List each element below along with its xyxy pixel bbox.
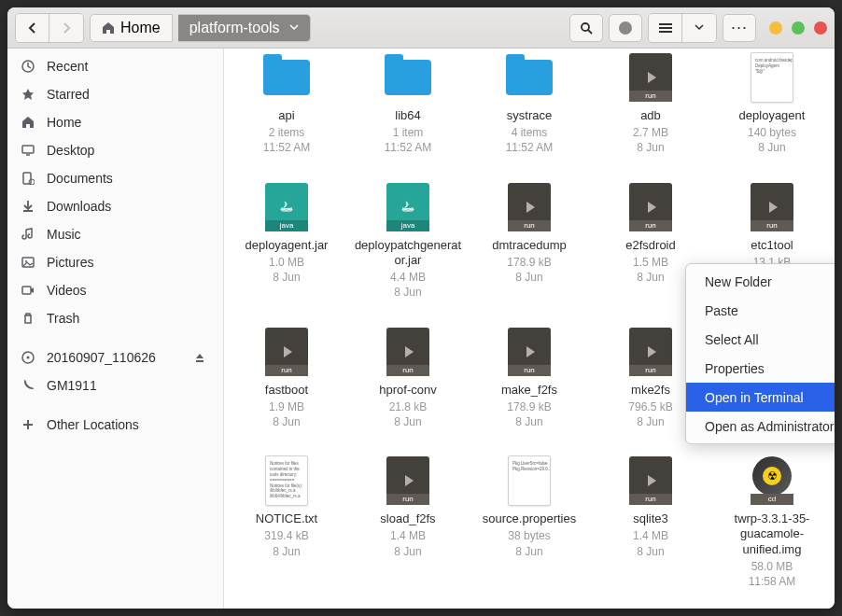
file-item[interactable]: systrace 4 items11:52 AM: [470, 49, 588, 160]
svg-rect-12: [22, 287, 31, 294]
sidebar-item-desktop[interactable]: Desktop: [7, 136, 223, 164]
sidebar-item-videos[interactable]: Videos: [7, 276, 223, 304]
forward-button[interactable]: [49, 14, 83, 42]
file-item[interactable]: adb 2.7 MB8 Jun: [592, 49, 709, 160]
close-button[interactable]: [814, 21, 827, 35]
file-meta: 4 items11:52 AM: [506, 125, 554, 155]
file-name: mke2fs: [631, 383, 670, 398]
sidebar-item-starred[interactable]: Starred: [7, 80, 223, 108]
file-item[interactable]: make_f2fs 178.9 kB8 Jun: [470, 323, 588, 434]
file-item[interactable]: lib64 1 item11:52 AM: [349, 49, 467, 160]
sidebar-item-other-locations[interactable]: Other Locations: [7, 411, 223, 439]
file-name: sqlite3: [633, 511, 668, 526]
file-thumbnail: [745, 182, 799, 232]
sidebar-item-trash[interactable]: Trash: [7, 304, 223, 332]
context-menu-item-new-folder[interactable]: New FolderShift+Ctrl+N: [686, 267, 835, 296]
file-item[interactable]: com.android.fastdeploy DeployAgent "$@" …: [713, 49, 831, 160]
docs-icon: [21, 172, 35, 185]
sidebar-item-label: Trash: [47, 311, 79, 326]
file-thumbnail: [381, 182, 435, 232]
sidebar-item-downloads[interactable]: Downloads: [7, 192, 223, 220]
breadcrumb-home-label: Home: [120, 20, 161, 36]
file-name: deployagent.jar: [246, 238, 329, 253]
sidebar-item-recent[interactable]: Recent: [7, 52, 223, 80]
breadcrumb-current[interactable]: platform-tools: [178, 14, 311, 42]
file-thumbnail: Notices for files contained in the tools…: [260, 455, 314, 506]
file-name: make_f2fs: [501, 383, 557, 398]
disc-icon: [21, 351, 35, 364]
file-item[interactable]: hprof-conv 21.8 kB8 Jun: [349, 323, 467, 434]
view-mode-buttons: [648, 13, 717, 43]
svg-point-14: [27, 357, 30, 359]
sidebar-item-music[interactable]: Music: [7, 220, 223, 248]
file-thumbnail: [381, 327, 435, 377]
file-name: e2fsdroid: [625, 238, 675, 253]
hamburger-menu-button[interactable]: ···: [723, 14, 756, 42]
context-menu-item-properties[interactable]: Properties: [686, 354, 835, 383]
svg-line-1: [588, 30, 592, 34]
file-item[interactable]: ☢cd twrp-3.3.1-35-guacamole-unified.img …: [713, 452, 831, 593]
file-thumbnail: [381, 52, 435, 103]
search-button[interactable]: [569, 14, 603, 42]
view-dropdown-button[interactable]: [682, 14, 716, 42]
eject-button[interactable]: [189, 347, 210, 368]
file-meta: 2.7 MB8 Jun: [633, 125, 668, 155]
file-meta: 1.0 MB8 Jun: [269, 255, 304, 285]
plus-icon: [21, 418, 35, 431]
file-name: hprof-conv: [379, 383, 436, 398]
file-meta: 4.4 MB8 Jun: [390, 270, 426, 300]
file-thumbnail: [624, 182, 678, 232]
file-meta: 1 item11:52 AM: [385, 125, 432, 155]
sidebar-item-20160907_110626[interactable]: 20160907_110626: [7, 343, 223, 371]
file-item[interactable]: fastboot 1.9 MB8 Jun: [228, 323, 345, 434]
file-item[interactable]: dmtracedump 178.9 kB8 Jun: [470, 178, 588, 304]
file-item[interactable]: deploypatchgenerator.jar 4.4 MB8 Jun: [349, 178, 467, 304]
sidebar-item-documents[interactable]: Documents: [7, 164, 223, 192]
back-button[interactable]: [16, 14, 49, 42]
file-thumbnail: [624, 455, 678, 506]
sidebar: RecentStarredHomeDesktopDocumentsDownloa…: [7, 49, 224, 609]
context-menu-item-open-as-administrator[interactable]: Open as Administrator: [686, 412, 835, 441]
sidebar-item-home[interactable]: Home: [7, 108, 223, 136]
minimize-button[interactable]: [769, 21, 782, 35]
file-item[interactable]: Pkg.UserSrc=false Pkg.Revision=29.0.1 so…: [470, 452, 588, 593]
file-item[interactable]: deployagent.jar 1.0 MB8 Jun: [228, 178, 345, 304]
file-content-area[interactable]: api 2 items11:52 AM lib64 1 item11:52 AM…: [224, 49, 835, 609]
file-name: lib64: [395, 108, 420, 123]
sidebar-item-gm1911[interactable]: GM1911: [7, 371, 223, 399]
file-meta: 58.0 MB11:58 AM: [749, 559, 796, 589]
file-thumbnail: [502, 327, 556, 377]
activity-button[interactable]: [609, 14, 642, 42]
file-name: NOTICE.txt: [256, 511, 317, 526]
file-item[interactable]: sload_f2fs 1.4 MB8 Jun: [349, 452, 467, 593]
sidebar-item-label: Downloads: [47, 199, 111, 214]
file-meta: 1.4 MB8 Jun: [390, 528, 426, 558]
clock-icon: [21, 60, 35, 73]
file-name: dmtracedump: [492, 238, 566, 253]
context-menu-item-open-in-terminal[interactable]: Open in Terminal: [686, 383, 835, 412]
file-thumbnail: [381, 455, 435, 506]
sidebar-item-label: Videos: [47, 283, 87, 298]
file-thumbnail: com.android.fastdeploy DeployAgent "$@": [745, 52, 799, 103]
file-meta: 319.4 kB8 Jun: [264, 528, 308, 558]
context-menu-item-select-all[interactable]: Select AllCtrl+A: [686, 325, 835, 354]
file-thumbnail: ☢cd: [745, 455, 799, 506]
context-menu-label: Properties: [705, 361, 765, 376]
svg-rect-6: [22, 146, 34, 153]
sidebar-item-label: Starred: [47, 87, 90, 102]
context-menu-label: Select All: [705, 332, 759, 347]
list-view-button[interactable]: [649, 14, 682, 42]
context-menu-label: New Folder: [705, 274, 772, 289]
maximize-button[interactable]: [792, 21, 805, 35]
file-name: systrace: [507, 108, 552, 123]
file-name: sload_f2fs: [380, 511, 435, 526]
download-icon: [21, 200, 35, 213]
file-item[interactable]: api 2 items11:52 AM: [228, 49, 345, 160]
file-item[interactable]: Notices for files contained in the tools…: [228, 452, 345, 593]
home-icon: [21, 116, 35, 129]
sidebar-item-pictures[interactable]: Pictures: [7, 248, 223, 276]
breadcrumb-home[interactable]: Home: [90, 14, 173, 42]
context-menu-item-paste[interactable]: PasteCtrl+V: [686, 296, 835, 325]
file-meta: 1.5 MB8 Jun: [633, 255, 668, 285]
file-item[interactable]: sqlite3 1.4 MB8 Jun: [592, 452, 709, 593]
